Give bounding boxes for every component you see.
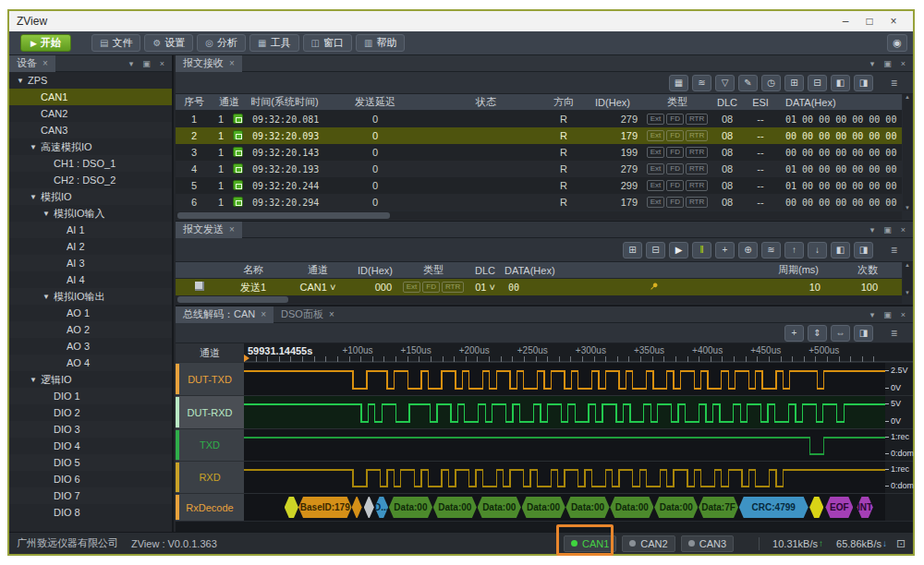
close-icon[interactable]: × bbox=[901, 225, 906, 234]
send-table-row[interactable]: 发送1CAN1 ˅000ExtFDRTR01 ˅0010100 bbox=[176, 279, 902, 295]
tree-item-DIO-5[interactable]: DIO 5 bbox=[9, 454, 172, 471]
filter-icon[interactable]: ▽ bbox=[715, 75, 735, 91]
float-icon[interactable]: ▣ bbox=[883, 225, 892, 234]
table-row[interactable]: 1109:32:20.081 6040R279ExtFDRTR08--01 00… bbox=[176, 111, 902, 127]
tree-item-DIO-1[interactable]: DIO 1 bbox=[9, 388, 172, 404]
tree-item-模拟IO输出[interactable]: ▼模拟IO输出 bbox=[9, 288, 172, 305]
printer-icon[interactable]: ⊡ bbox=[896, 537, 906, 550]
scrollbar-thumb[interactable] bbox=[177, 212, 390, 219]
tab-dso-panel[interactable]: DSO面板× bbox=[274, 307, 342, 323]
toolbar-button-窗口[interactable]: ◫窗口 bbox=[303, 34, 352, 52]
tree-item-AO-1[interactable]: AO 1 bbox=[9, 305, 172, 321]
receive-vertical-scrollbar[interactable]: ▲▼ bbox=[903, 94, 912, 210]
tab-bus-decode[interactable]: 总线解码：CAN× bbox=[176, 307, 274, 323]
maximize-button[interactable]: □ bbox=[857, 13, 881, 30]
close-button[interactable]: × bbox=[881, 13, 906, 30]
cursor-icon[interactable]: + bbox=[784, 325, 804, 342]
save-image-icon[interactable]: ◨ bbox=[854, 325, 873, 342]
toolbar-button-分析[interactable]: ◎分析 bbox=[197, 34, 246, 52]
tree-item-AO-3[interactable]: AO 3 bbox=[9, 338, 172, 355]
fit-horizontal-icon[interactable]: ⇔ bbox=[831, 325, 850, 342]
panel-menu-icon[interactable]: ≡ bbox=[884, 242, 904, 258]
wrench-icon[interactable] bbox=[649, 282, 659, 294]
dropdown-icon[interactable]: ▾ bbox=[870, 59, 875, 68]
send-horizontal-scrollbar[interactable] bbox=[176, 295, 902, 304]
id-format-icon[interactable]: ⊞ bbox=[623, 242, 642, 258]
expand-arrow-icon[interactable]: ▼ bbox=[30, 143, 41, 151]
tree-item-ZPS[interactable]: ▼ZPS bbox=[9, 72, 172, 89]
send-pause-icon[interactable]: ‖ bbox=[692, 242, 711, 258]
tree-item-CAN3[interactable]: CAN3 bbox=[9, 122, 172, 138]
toolbar-button-设置[interactable]: ⚙设置 bbox=[144, 34, 193, 52]
receive-horizontal-scrollbar[interactable] bbox=[176, 211, 902, 220]
move-down-icon[interactable]: ↓ bbox=[808, 242, 827, 258]
tab-send[interactable]: 报文发送 × bbox=[176, 222, 242, 238]
close-icon[interactable]: × bbox=[261, 309, 266, 319]
column-header-0[interactable]: 序号 bbox=[176, 95, 213, 109]
toolbar-button-文件[interactable]: ▤文件 bbox=[91, 34, 140, 52]
column-header-9[interactable]: ESI bbox=[743, 97, 778, 108]
send-vertical-scrollbar[interactable]: ▲▼ bbox=[903, 262, 912, 295]
channel-select[interactable]: CAN1 ˅ bbox=[283, 282, 353, 293]
channel-label-TXD[interactable]: TXD bbox=[176, 428, 244, 461]
tab-receive[interactable]: 报文接收 × bbox=[176, 55, 242, 72]
column-header-3[interactable]: ID(Hex) bbox=[353, 265, 397, 276]
table-row[interactable]: 5109:32:20.244 3270R299ExtFDRTR08--01 00… bbox=[176, 177, 902, 194]
channel-label-RxDecode[interactable]: RxDecode bbox=[176, 493, 244, 521]
tree-item-高速模拟IO[interactable]: ▼高速模拟IO bbox=[9, 138, 172, 155]
column-header-6[interactable]: ID(Hex) bbox=[582, 97, 643, 108]
column-header-1[interactable]: 通道 bbox=[213, 95, 246, 109]
fit-vertical-icon[interactable]: ⇕ bbox=[808, 325, 827, 342]
dropdown-icon[interactable]: ▾ bbox=[129, 59, 134, 68]
add-frame-icon[interactable]: + bbox=[715, 242, 735, 258]
column-header-10[interactable]: DATA(Hex) bbox=[778, 97, 902, 108]
tree-item-DIO-6[interactable]: DIO 6 bbox=[9, 471, 172, 487]
tree-item-AO-4[interactable]: AO 4 bbox=[9, 355, 172, 371]
add-list-icon[interactable]: ⊕ bbox=[738, 242, 758, 258]
expand-arrow-icon[interactable]: ▼ bbox=[43, 293, 54, 301]
close-icon[interactable]: × bbox=[229, 224, 235, 234]
tree-item-AI-2[interactable]: AI 2 bbox=[9, 238, 172, 255]
export-data-icon[interactable]: ◨ bbox=[854, 75, 873, 91]
dlc-select[interactable]: 01 ˅ bbox=[469, 282, 501, 293]
mark-icon[interactable]: ✎ bbox=[738, 75, 758, 91]
channel-label-DUT-RXD[interactable]: DUT-RXD bbox=[176, 395, 244, 428]
frame-format-icon[interactable]: ⊟ bbox=[808, 75, 827, 91]
channel-label-RXD[interactable]: RXD bbox=[176, 461, 244, 493]
tree-item-AI-1[interactable]: AI 1 bbox=[9, 222, 172, 238]
channel-label-DUT-TXD[interactable]: DUT-TXD bbox=[176, 362, 244, 395]
status-channel-CAN2[interactable]: CAN2 bbox=[622, 535, 675, 552]
start-button[interactable]: ▶ 开始 bbox=[20, 34, 71, 52]
toolbar-button-帮助[interactable]: ▥帮助 bbox=[356, 34, 405, 52]
save-data-icon[interactable]: ◧ bbox=[831, 242, 850, 258]
tree-item-CAN1[interactable]: CAN1 bbox=[9, 89, 172, 105]
status-channel-CAN1[interactable]: CAN1 bbox=[564, 535, 616, 552]
send-start-icon[interactable]: ▶ bbox=[669, 242, 688, 258]
column-header-8[interactable]: 次数 bbox=[832, 263, 902, 277]
screenshot-button[interactable]: ◉ bbox=[887, 34, 907, 52]
expand-arrow-icon[interactable]: ▼ bbox=[30, 193, 41, 201]
column-header-7[interactable]: 类型 bbox=[643, 95, 711, 109]
tree-item-DIO-4[interactable]: DIO 4 bbox=[9, 438, 172, 454]
scrollbar-thumb[interactable] bbox=[177, 296, 288, 303]
panel-menu-icon[interactable]: ≡ bbox=[884, 325, 904, 342]
tree-item-AI-3[interactable]: AI 3 bbox=[9, 255, 172, 271]
tree-item-AO-2[interactable]: AO 2 bbox=[9, 321, 172, 338]
tree-item-DIO-7[interactable]: DIO 7 bbox=[9, 487, 172, 504]
table-row[interactable]: 3109:32:20.143 5020R199ExtFDRTR08--00 00… bbox=[176, 144, 902, 161]
clear-icon[interactable]: ≋ bbox=[761, 242, 781, 258]
tree-item-CAN2[interactable]: CAN2 bbox=[9, 105, 172, 122]
tree-item-模拟IO[interactable]: ▼模拟IO bbox=[9, 188, 172, 205]
tree-item-CH1-DSO_1[interactable]: CH1 : DSO_1 bbox=[9, 155, 172, 172]
column-header-2[interactable]: 时间(系统时间) bbox=[246, 95, 323, 109]
save-data-icon[interactable]: ◧ bbox=[831, 75, 850, 91]
table-row[interactable]: 4109:32:20.193 9130R279ExtFDRTR08--01 00… bbox=[176, 161, 902, 177]
close-icon[interactable]: × bbox=[160, 59, 164, 68]
dropdown-icon[interactable]: ▾ bbox=[870, 310, 875, 319]
save-icon[interactable]: ▦ bbox=[669, 75, 688, 91]
tab-devices[interactable]: 设备 × bbox=[9, 55, 55, 72]
close-icon[interactable]: × bbox=[901, 59, 906, 68]
column-header-4[interactable]: 状态 bbox=[427, 95, 545, 109]
clear-icon[interactable]: ≋ bbox=[692, 75, 711, 91]
column-header-7[interactable]: 周期(ms) bbox=[691, 263, 832, 277]
